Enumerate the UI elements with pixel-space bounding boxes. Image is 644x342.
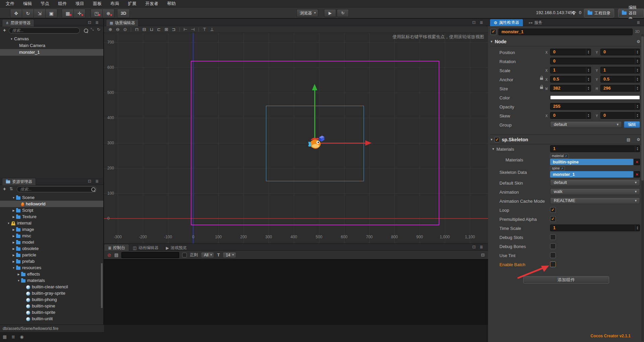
hierarchy-node-Canvas[interactable]: ▼Canvas [0,36,103,42]
pivot-anchor-icon[interactable]: ✛ [73,9,85,18]
inspector-scrollbar[interactable] [641,36,644,181]
dropdown[interactable]: REALTIME▼ [550,197,640,204]
create-asset-button[interactable]: + [3,186,6,192]
preview-target-dropdown[interactable]: 浏览器 ▼ [297,9,318,17]
asset-item-internal[interactable]: ▼internal [0,220,103,226]
lock-icon[interactable] [540,87,543,89]
zoom-in-icon[interactable]: ⊕ [107,27,114,32]
value-field[interactable]: 1▲▼ [550,145,640,152]
asset-item-particle[interactable]: ▶particle [0,252,103,258]
log-list-icon[interactable]: ≣ [11,334,15,339]
checkbox-use-tint[interactable] [550,252,556,258]
panel-menu-icon[interactable]: ≣ [480,20,483,25]
refresh-icon[interactable]: ↻ [97,27,100,32]
value-field[interactable]: 382▲▼ [550,85,591,92]
open-project-dir-button[interactable]: 工程目录 [584,9,614,17]
checkbox-loop[interactable]: ✓ [550,207,556,213]
panel-menu-icon[interactable]: ≣ [637,20,640,25]
layout-icon[interactable]: ▦ [3,334,7,339]
spinner[interactable]: ▲▼ [586,85,591,91]
assets-scrollbar[interactable] [101,263,103,308]
edit-group-button[interactable]: 编辑 [624,121,640,128]
tab-scene-editor[interactable]: ▦ 场景编辑器 [106,19,139,27]
font-size-dropdown[interactable]: 14 ▼ [223,252,236,258]
checkbox-debug-slots[interactable] [550,234,556,240]
add-component-button[interactable]: 添加组件 [523,276,609,284]
skeleton-section-header[interactable]: ▼ ✓ sp.Skeleton ▤ ⚙ [488,136,644,144]
collapse-icon[interactable]: ⊟ [481,252,485,257]
local-coordinate-icon[interactable]: ◳ [91,9,102,18]
value-field[interactable]: 1▲▼ [550,67,591,74]
spinner[interactable]: ▲▼ [586,76,591,82]
tree-expander[interactable]: ▼ [11,195,16,201]
asset-item-builtin-spine[interactable]: builtin-spine [0,303,103,309]
asset-item-image[interactable]: ▶image [0,226,103,233]
spinner[interactable]: ▲▼ [635,76,640,82]
popout-icon[interactable]: ⊡ [88,20,91,25]
tab-服务[interactable]: ⊶服务 [525,19,546,26]
tab-hierarchy[interactable]: ⋔ 层级管理器 [2,19,34,27]
spinner[interactable]: ▲▼ [586,112,591,118]
popout-icon[interactable]: ⊡ [472,20,476,25]
checkbox-premultiplied-alpha[interactable]: ✓ [550,216,556,222]
value-field[interactable]: 0▲▼ [600,49,640,55]
log-level-dropdown[interactable]: All ▼ [201,252,214,258]
tab-assets[interactable]: 资源管理器 [2,178,36,185]
tab-动画编辑器[interactable]: ◫动画编辑器 [129,244,162,251]
asset-item-builtin-gray-sprite[interactable]: builtin-gray-sprite [0,290,103,296]
tree-expander[interactable]: ▶ [11,258,16,265]
spinner[interactable]: ▲▼ [635,49,640,55]
menu-item-5[interactable]: 面板 [89,0,106,7]
tree-expander[interactable]: ▶ [11,227,16,233]
menu-item-2[interactable]: 节点 [36,0,54,7]
spinner[interactable]: ▲▼ [635,103,640,109]
value-field[interactable]: 1▲▼ [600,67,640,74]
tree-expander[interactable]: ▼ [6,220,11,227]
tree-expander[interactable]: ▶ [16,271,21,278]
gear-icon[interactable]: ⚙ [637,38,640,46]
scene-viewport[interactable]: 使用鼠标右键平移视窗焦点，使用滚轮缩放视图 700600500400300200… [104,33,488,243]
gizmo-xy-handle[interactable] [318,135,325,142]
lock-icon[interactable] [540,78,543,80]
value-field[interactable]: 0.5▲▼ [550,76,591,83]
value-field[interactable]: 296▲▼ [600,85,640,92]
align-bottom-icon[interactable]: ⊔ [148,27,155,32]
node-section-header[interactable]: ▼ Node ⚙ [488,38,644,46]
align-right-icon[interactable]: ⊐ [170,27,177,32]
sort-icon[interactable]: ⇅ [9,186,13,191]
hierarchy-node-monster_1[interactable]: monster_1 [0,49,103,56]
tree-expander[interactable]: ▶ [11,207,16,214]
asset-item-misc[interactable]: ▶misc [0,233,103,239]
tree-expander[interactable]: ▼ [16,278,21,284]
asset-item-obsolete[interactable]: ▶obsolete [0,245,103,252]
value-field[interactable]: 0▲▼ [600,112,640,119]
spinner[interactable]: ▲▼ [635,85,640,91]
value-field[interactable]: 1▲▼ [550,225,640,231]
zoom-out-icon[interactable]: ⊖ [114,27,121,32]
asset-item-builtin-unlit[interactable]: builtin-unlit [0,315,103,322]
zoom-reset-icon[interactable]: ⊙ [121,27,129,32]
stretch-h-icon[interactable]: ⊤ [201,27,208,32]
rect-tool-icon[interactable]: ▣ [45,9,57,18]
gear-icon[interactable]: ⚙ [637,136,640,144]
asset-item-builtin-clear-stencil[interactable]: builtin-clear-stencil [0,284,103,290]
align-left-icon[interactable]: ⊏ [155,27,163,32]
spinner[interactable]: ▲▼ [635,225,640,231]
menu-item-8[interactable]: 开发者 [141,0,163,7]
panel-menu-icon[interactable]: ≣ [95,20,99,25]
external-link-icon[interactable]: ↗ [565,154,567,158]
asset-item-model[interactable]: ▶model [0,239,103,245]
value-field[interactable]: 0▲▼ [550,58,640,64]
asset-item-effects[interactable]: ▶effects [0,271,103,277]
align-center-icon[interactable]: ⊞ [163,27,170,32]
tree-expander[interactable]: ▼ [11,265,16,271]
value-field[interactable]: 0▲▼ [550,49,591,55]
spinner[interactable]: ▲▼ [586,67,591,73]
clear-log-icon[interactable]: ⊘ [107,252,111,258]
console-filter-input[interactable] [121,252,179,258]
asset-reference[interactable]: builtin-spine [550,159,633,165]
component-enabled-checkbox[interactable]: ✓ [494,137,500,142]
tab-属性检查器[interactable]: ⚙属性检查器 [490,19,523,26]
move-tool-icon[interactable]: ✥ [10,9,22,18]
dropdown[interactable]: walk▼ [550,188,640,195]
